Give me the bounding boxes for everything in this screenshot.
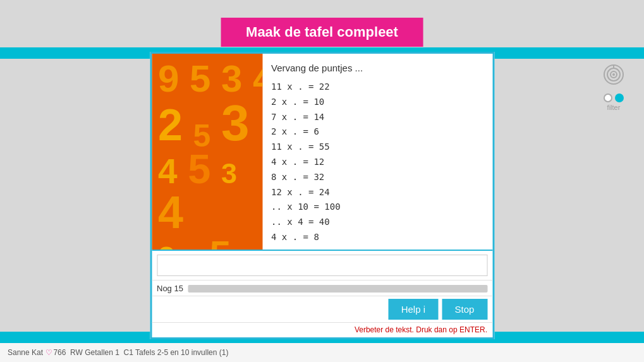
radio-option-1[interactable] <box>604 94 612 102</box>
orange-numbers: 9 5 3 4 2 5 3 4 5 3 4 2 9 5 5 3 4 8 <box>152 54 262 250</box>
page-title: Maak de tafel compleet <box>221 18 423 47</box>
radio-option-2[interactable] <box>615 94 624 102</box>
problem-item: 4 x . = 12 <box>271 155 486 170</box>
problem-item: 11 x . = 55 <box>271 140 486 155</box>
problem-item: 2 x . = 10 <box>271 95 486 110</box>
radio-group[interactable] <box>604 94 624 102</box>
right-panel: filter <box>602 63 625 111</box>
problem-item: 12 x . = 24 <box>271 185 486 200</box>
problem-item: 2 x . = 6 <box>271 124 486 140</box>
user-name: Sanne Kat <box>8 348 43 357</box>
filter-label: filter <box>607 104 621 111</box>
instruction-text: Vervang de puntjes ... <box>271 63 486 73</box>
orange-decoration: 9 5 3 4 2 5 3 4 5 3 4 2 9 5 5 3 4 8 <box>152 54 262 250</box>
input-area <box>152 250 492 280</box>
subsection-label: C1 Tafels 2-5 en 10 invullen (1) <box>124 348 229 357</box>
heart-icon: ♡ <box>46 348 52 357</box>
progress-row: Nog 15 <box>152 280 492 296</box>
target-icon[interactable] <box>602 63 625 86</box>
bottom-status-bar: Sanne Kat ♡ 766 RW Getallen 1 C1 Tafels … <box>0 343 644 362</box>
main-panel: 9 5 3 4 2 5 3 4 5 3 4 2 9 5 5 3 4 8 <box>150 52 494 339</box>
progress-bar-track <box>188 285 487 293</box>
problems-container[interactable]: 11 x . = 22 2 x . = 10 7 x . = 14 2 x . … <box>271 80 486 243</box>
filter-container: filter <box>604 94 624 111</box>
problem-item: .. x 10 = 100 <box>271 200 486 215</box>
stop-button[interactable]: Stop <box>442 299 487 320</box>
problem-item: 8 x . = 32 <box>271 170 486 185</box>
svg-point-3 <box>612 73 615 76</box>
problem-item: .. x 4 = 40 <box>271 215 486 230</box>
text-side: Vervang de puntjes ... 11 x . = 22 2 x .… <box>262 54 492 250</box>
answer-input[interactable] <box>157 255 487 276</box>
problem-item: 11 x . = 22 <box>271 80 486 95</box>
section-label: RW Getallen 1 <box>70 348 119 357</box>
problem-item: 7 x . = 14 <box>271 110 486 125</box>
progress-label: Nog 15 <box>157 284 183 293</box>
panel-content: 9 5 3 4 2 5 3 4 5 3 4 2 9 5 5 3 4 8 <box>152 54 492 250</box>
status-message: Verbeter de tekst. Druk dan op ENTER. <box>152 322 492 337</box>
help-button[interactable]: Help i <box>389 299 438 320</box>
problems-list: 11 x . = 22 2 x . = 10 7 x . = 14 2 x . … <box>271 80 486 243</box>
user-score: 766 <box>53 348 66 357</box>
problem-item: 4 x . = 8 <box>271 230 486 243</box>
buttons-row: Help i Stop <box>152 296 492 322</box>
